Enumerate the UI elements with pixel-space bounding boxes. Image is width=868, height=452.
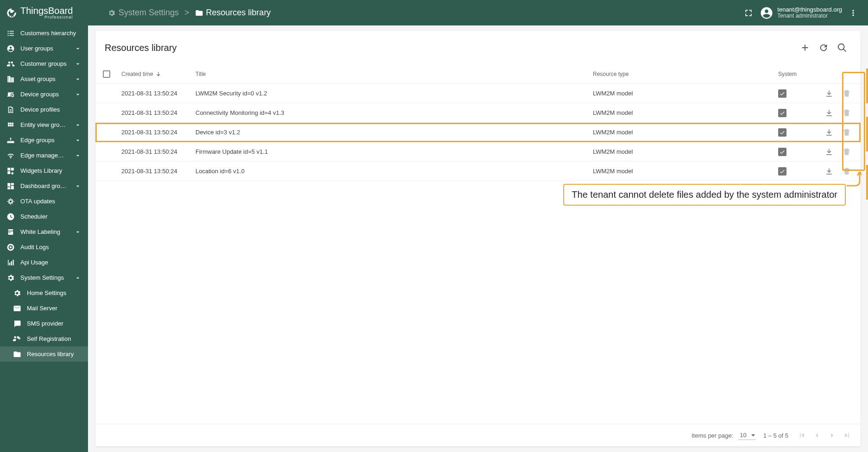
sidebar-item-scheduler[interactable]: Scheduler	[0, 209, 88, 224]
sidebar-item-home-settings[interactable]: Home Settings	[0, 285, 88, 301]
row-created: 2021-08-31 13:50:24	[121, 148, 195, 155]
user-menu[interactable]: tenant@thingsboard.org Tenant administra…	[760, 6, 842, 20]
col-title[interactable]: Title	[195, 71, 593, 77]
fullscreen-button[interactable]	[739, 4, 758, 22]
sidebar-item-user-groups[interactable]: User groups	[0, 41, 88, 56]
delete-button[interactable]	[840, 145, 853, 158]
search-button[interactable]	[833, 38, 851, 57]
chevron-down-icon	[74, 137, 82, 144]
sidebar-item-label: Device groups	[20, 91, 69, 98]
table-header: Created time Title Resource type System	[95, 64, 861, 84]
row-title: Connectivity Monitoring id=4 v1.3	[195, 109, 593, 116]
sidebar-item-edge-management[interactable]: Edge management	[0, 148, 88, 163]
system-checkbox	[778, 109, 786, 117]
sidebar-item-api-usage[interactable]: Api Usage	[0, 255, 88, 270]
settings-icon	[6, 274, 15, 282]
dashboard-icon	[6, 182, 15, 190]
pagination-label: Items per page:	[692, 432, 733, 439]
settings-icon	[13, 289, 21, 297]
page-size-select[interactable]: 10	[738, 431, 755, 440]
more-button[interactable]	[844, 4, 862, 22]
sidebar-item-device-profiles[interactable]: Device profiles	[0, 102, 88, 117]
col-type[interactable]: Resource type	[593, 71, 778, 77]
download-button[interactable]	[823, 145, 836, 158]
delete-button[interactable]	[840, 87, 853, 100]
trash-icon	[842, 147, 851, 157]
row-title: LWM2M Security id=0 v1.2	[195, 90, 593, 97]
folder-icon	[13, 350, 21, 358]
breadcrumb-current[interactable]: Resources library	[195, 8, 271, 18]
refresh-icon	[818, 43, 829, 53]
chevron-down-icon	[74, 60, 82, 68]
sidebar-item-customers-hierarchy[interactable]: Customers hierarchy	[0, 25, 88, 41]
devices-icon	[6, 90, 15, 99]
sidebar-item-label: Edge management	[20, 152, 69, 159]
sidebar-item-label: Scheduler	[20, 213, 82, 220]
sidebar-item-label: Entity view groups	[20, 121, 69, 128]
sidebar-item-label: Device profiles	[20, 106, 82, 113]
download-button[interactable]	[823, 87, 836, 100]
sidebar-item-self-registration[interactable]: Self Registration	[0, 331, 88, 346]
sidebar-item-label: System Settings	[20, 274, 69, 281]
sidebar-item-asset-groups[interactable]: Asset groups	[0, 71, 88, 87]
trash-icon	[842, 128, 851, 137]
delete-button[interactable]	[840, 107, 853, 119]
table-row[interactable]: 2021-08-31 13:50:24 Firmware Update id=5…	[95, 142, 861, 162]
row-created: 2021-08-31 13:50:24	[121, 90, 195, 97]
download-button[interactable]	[823, 126, 836, 139]
hierarchy-icon	[6, 29, 15, 38]
refresh-button[interactable]	[814, 38, 833, 57]
prev-page-button[interactable]	[811, 429, 824, 442]
table-row[interactable]: 2021-08-31 13:50:24 Connectivity Monitor…	[95, 103, 861, 123]
more-icon	[849, 8, 858, 18]
plus-icon	[800, 43, 810, 53]
sidebar-item-label: White Labeling	[20, 228, 69, 235]
system-checkbox	[778, 89, 786, 98]
sidebar-item-label: Widgets Library	[20, 167, 82, 174]
account-icon	[760, 6, 774, 20]
col-created[interactable]: Created time	[121, 71, 195, 77]
next-page-button[interactable]	[825, 429, 838, 442]
add-button[interactable]	[796, 38, 814, 57]
table-row[interactable]: 2021-08-31 13:50:24 Device id=3 v1.2 LWM…	[95, 123, 861, 142]
supervisor-icon	[6, 60, 15, 68]
sidebar-item-label: Customers hierarchy	[20, 30, 82, 37]
delete-button[interactable]	[840, 126, 853, 139]
sidebar-item-widgets-library[interactable]: Widgets Library	[0, 163, 88, 178]
table-row[interactable]: 2021-08-31 13:50:24 LWM2M Security id=0 …	[95, 84, 861, 103]
col-system[interactable]: System	[778, 71, 816, 77]
sidebar-item-edge-groups[interactable]: Edge groups	[0, 132, 88, 148]
sidebar-item-customer-groups[interactable]: Customer groups	[0, 56, 88, 71]
sidebar-item-label: Resources library	[27, 351, 82, 358]
widgets-icon	[6, 167, 15, 175]
sidebar-item-white-labeling[interactable]: White Labeling	[0, 224, 88, 239]
sidebar-item-dashboard-groups[interactable]: Dashboard groups	[0, 178, 88, 194]
topbar: ThingsBoard Professional System Settings…	[0, 0, 868, 25]
sidebar-item-resources-library[interactable]: Resources library	[0, 346, 88, 362]
logo[interactable]: ThingsBoard Professional	[6, 6, 94, 19]
sidebar-item-label: OTA updates	[20, 198, 82, 205]
download-button[interactable]	[823, 165, 836, 178]
sidebar-item-sms-provider[interactable]: SMS provider	[0, 316, 88, 331]
download-button[interactable]	[823, 107, 836, 119]
chevron-down-icon	[74, 182, 82, 190]
chevron-down-icon	[74, 152, 82, 159]
check-icon	[779, 90, 786, 97]
sidebar-item-entity-view-groups[interactable]: Entity view groups	[0, 117, 88, 132]
sidebar-item-ota-updates[interactable]: OTA updates	[0, 194, 88, 209]
chevron-down-icon	[74, 91, 82, 98]
trash-icon	[842, 108, 851, 118]
select-all-checkbox[interactable]	[103, 70, 110, 78]
first-page-button[interactable]	[796, 429, 809, 442]
sidebar-item-audit-logs[interactable]: Audit Logs	[0, 239, 88, 255]
sidebar-item-device-groups[interactable]: Device groups	[0, 87, 88, 102]
breadcrumb-parent[interactable]: System Settings	[107, 8, 179, 18]
row-title: Firmware Update id=5 v1.1	[195, 148, 593, 155]
sidebar-item-system-settings[interactable]: System Settings	[0, 270, 88, 285]
system-checkbox	[778, 128, 786, 137]
last-page-button[interactable]	[840, 429, 853, 442]
annotation-arrow	[846, 171, 862, 187]
row-created: 2021-08-31 13:50:24	[121, 129, 195, 136]
table-row[interactable]: 2021-08-31 13:50:24 Location id=6 v1.0 L…	[95, 162, 861, 181]
sidebar-item-mail-server[interactable]: Mail Server	[0, 301, 88, 316]
